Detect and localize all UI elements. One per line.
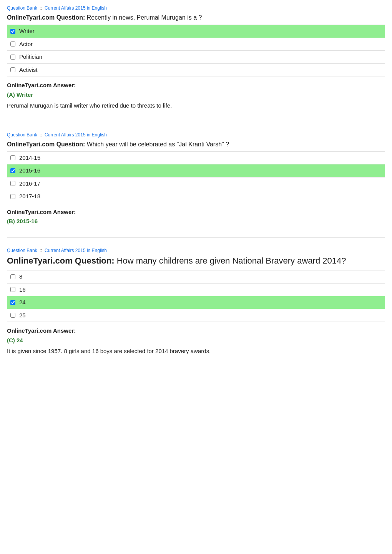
options-list: 8162425 (7, 270, 385, 322)
breadcrumb-part1[interactable]: Question Bank (7, 132, 37, 138)
option-item-2[interactable]: 16 (7, 284, 385, 297)
question-text: Which year will be celebrated as "Jal Kr… (87, 141, 229, 148)
breadcrumb-part1[interactable]: Question Bank (7, 248, 37, 253)
options-list: WriterActorPoliticianActivist (7, 25, 385, 76)
option-label-3: Politician (19, 53, 42, 61)
option-label-2: Actor (19, 40, 33, 49)
option-label-1: 8 (19, 272, 22, 281)
option-checkbox-3[interactable] (10, 300, 15, 305)
option-item-4[interactable]: 2017-18 (7, 190, 385, 203)
option-label-2: 2015-16 (19, 166, 40, 175)
option-item-3[interactable]: Politician (7, 51, 385, 64)
breadcrumb-part2[interactable]: Current Affairs 2015 in English (45, 5, 107, 11)
option-checkbox-2[interactable] (10, 41, 15, 46)
option-item-1[interactable]: Writer (7, 25, 385, 38)
option-item-2[interactable]: Actor (7, 38, 385, 51)
option-label-4: 25 (19, 311, 26, 320)
option-checkbox-2[interactable] (10, 287, 15, 292)
option-label-2: 16 (19, 285, 26, 294)
option-label-4: 2017-18 (19, 192, 40, 201)
answer-value: (A) Writer (7, 91, 385, 100)
option-checkbox-1[interactable] (10, 29, 15, 34)
option-checkbox-1[interactable] (10, 155, 15, 160)
breadcrumb-separator: :: (38, 5, 43, 11)
breadcrumb: Question Bank :: Current Affairs 2015 in… (7, 5, 385, 12)
question-text: How many childrens are given National Br… (117, 256, 346, 265)
option-checkbox-4[interactable] (10, 194, 15, 199)
question-title: OnlineTyari.com Question: Which year wil… (7, 140, 385, 149)
option-item-1[interactable]: 8 (7, 270, 385, 284)
option-label-3: 2016-17 (19, 179, 40, 188)
section-divider (7, 122, 385, 122)
breadcrumb-separator: :: (38, 248, 43, 253)
breadcrumb: Question Bank :: Current Affairs 2015 in… (7, 131, 385, 138)
options-list: 2014-152015-162016-172017-18 (7, 151, 385, 203)
breadcrumb: Question Bank :: Current Affairs 2015 in… (7, 247, 385, 254)
option-item-4[interactable]: Activist (7, 64, 385, 77)
option-checkbox-3[interactable] (10, 55, 15, 60)
question-block-2: Question Bank :: Current Affairs 2015 in… (7, 131, 385, 226)
option-label-1: Writer (19, 27, 35, 36)
option-item-3[interactable]: 24 (7, 296, 385, 309)
question-title: OnlineTyari.com Question: Recently in ne… (7, 13, 385, 22)
answer-label: OnlineTyari.com Answer: (7, 327, 385, 335)
option-checkbox-4[interactable] (10, 313, 15, 318)
brand-label: OnlineTyari.com Question: (7, 256, 115, 265)
option-checkbox-1[interactable] (10, 274, 15, 279)
option-label-4: Activist (19, 66, 38, 75)
answer-explanation: It is given since 1957. 8 girls and 16 b… (7, 347, 385, 356)
breadcrumb-part1[interactable]: Question Bank (7, 5, 37, 11)
answer-section: OnlineTyari.com Answer:(C) 24It is given… (7, 327, 385, 356)
answer-label: OnlineTyari.com Answer: (7, 208, 385, 217)
option-item-4[interactable]: 25 (7, 309, 385, 322)
question-block-1: Question Bank :: Current Affairs 2015 in… (7, 5, 385, 110)
brand-label: OnlineTyari.com Question: (7, 14, 85, 21)
question-text: Recently in news, Perumal Murugan is a ? (87, 14, 202, 21)
answer-value: (C) 24 (7, 336, 385, 345)
section-divider (7, 237, 385, 238)
option-item-1[interactable]: 2014-15 (7, 152, 385, 165)
option-label-1: 2014-15 (19, 154, 40, 163)
option-checkbox-4[interactable] (10, 67, 15, 72)
answer-section: OnlineTyari.com Answer:(A) WriterPerumal… (7, 81, 385, 110)
answer-label: OnlineTyari.com Answer: (7, 81, 385, 90)
option-item-3[interactable]: 2016-17 (7, 177, 385, 191)
breadcrumb-part2[interactable]: Current Affairs 2015 in English (45, 132, 107, 138)
answer-section: OnlineTyari.com Answer:(B) 2015-16 (7, 208, 385, 226)
brand-label: OnlineTyari.com Question: (7, 141, 85, 148)
option-checkbox-2[interactable] (10, 168, 15, 173)
question-block-3: Question Bank :: Current Affairs 2015 in… (7, 247, 385, 356)
breadcrumb-part2[interactable]: Current Affairs 2015 in English (45, 248, 107, 253)
option-label-3: 24 (19, 298, 26, 307)
option-item-2[interactable]: 2015-16 (7, 164, 385, 177)
question-title: OnlineTyari.com Question: How many child… (7, 255, 385, 267)
option-checkbox-3[interactable] (10, 181, 15, 186)
breadcrumb-separator: :: (38, 132, 43, 138)
answer-explanation: Perumal Murugan is tamil writer who reti… (7, 101, 385, 110)
answer-value: (B) 2015-16 (7, 217, 385, 226)
